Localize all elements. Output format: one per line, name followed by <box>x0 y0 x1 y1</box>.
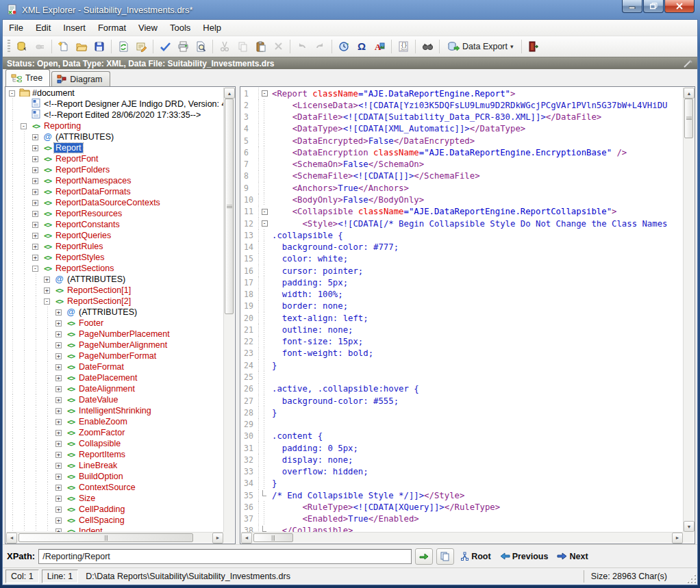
tree-node[interactable]: -<>ReportSection[2] <box>6 296 223 307</box>
json-button[interactable]: {}Json <box>395 38 412 55</box>
tree-node-label[interactable]: ReportSection[1] <box>66 285 132 295</box>
tab-diagram[interactable]: Diagram <box>51 71 110 86</box>
tree-node-label[interactable]: EnableZoom <box>77 417 129 426</box>
paste-button[interactable] <box>252 38 268 55</box>
fold-collapse-icon[interactable]: - <box>259 218 270 229</box>
expand-toggle[interactable]: + <box>29 230 41 241</box>
tree-node[interactable]: +<>ContextSource <box>6 482 223 493</box>
fold-collapse-icon[interactable]: - <box>259 88 270 99</box>
menu-format[interactable]: Format <box>92 21 132 35</box>
expand-toggle[interactable]: + <box>29 197 41 208</box>
tree-node[interactable]: +@(ATTRIBUTES) <box>6 307 223 318</box>
code-line[interactable]: 2 <LicenseData><![CDATA[Yzi03K5DQFsLU9Lm… <box>241 99 683 111</box>
print-preview-button[interactable] <box>192 38 209 55</box>
tree-node-label[interactable]: Indent <box>77 526 104 532</box>
expand-toggle[interactable]: + <box>29 186 41 197</box>
tree-node[interactable]: +<>PageNumberAlignment <box>6 340 223 350</box>
special-characters-button[interactable]: Ω <box>353 38 370 55</box>
tree-node-label[interactable]: ContextSource <box>77 483 137 492</box>
menu-insert[interactable]: Insert <box>57 21 92 35</box>
open-button[interactable] <box>73 38 90 55</box>
tree-hscroll-thumb[interactable] <box>18 533 193 542</box>
cut-button[interactable] <box>216 38 233 55</box>
tree-node[interactable]: +<>Indent <box>6 526 223 532</box>
code-line[interactable]: 33 overflow: hidden; <box>241 466 683 478</box>
tree-node-label[interactable]: ReportDataSourceContexts <box>54 198 162 207</box>
tree-node[interactable]: +<>ReportStyles <box>6 252 223 263</box>
find-button[interactable] <box>419 38 436 55</box>
code-line[interactable]: 28} <box>241 407 683 418</box>
tree-node[interactable]: +<>ReportFolders <box>6 164 223 175</box>
expand-toggle[interactable]: + <box>29 252 41 263</box>
code-line[interactable]: 26.active, .collapsible:hover { <box>241 383 683 395</box>
tree-node[interactable]: +<>ReportNamespaces <box>6 175 223 186</box>
code-line[interactable]: 27 background-color: #555; <box>241 395 683 407</box>
code-line[interactable]: 37 <Enabled>True</Enabled> <box>241 513 683 525</box>
tree-node-label[interactable]: Report <box>54 143 83 153</box>
code-line[interactable]: 4 <DataType><![CDATA[XML_Automatic]]></D… <box>241 123 683 135</box>
tree-node[interactable]: +<>EnableZoom <box>6 416 223 427</box>
save-button[interactable] <box>91 38 108 55</box>
tree-node-label[interactable]: ReportSection[2] <box>66 296 132 306</box>
tree-node-label[interactable]: ZoomFactor <box>77 428 126 437</box>
code-line[interactable]: 32 display: none; <box>241 454 683 465</box>
minimize-button[interactable] <box>622 0 642 13</box>
expand-toggle[interactable]: + <box>53 504 64 515</box>
menu-help[interactable]: Help <box>197 21 227 35</box>
expand-toggle[interactable]: + <box>53 460 64 471</box>
code-line[interactable]: 19 border: none; <box>241 301 683 312</box>
expand-toggle[interactable]: + <box>53 350 64 361</box>
font-color-button[interactable]: A <box>371 38 388 55</box>
tree-node-label[interactable]: DatePlacement <box>77 373 138 383</box>
code-line[interactable]: 20 text-align: left; <box>241 312 683 324</box>
tree-node-label[interactable]: ReportConstants <box>54 220 121 229</box>
code-line[interactable]: 6 <DataEncryption className="AJE.DataRep… <box>241 146 683 158</box>
xpath-copy-button[interactable] <box>436 548 454 565</box>
tree-node-label[interactable]: <!--Report Edited 28/06/2020 17:33:35--> <box>42 110 202 120</box>
expand-toggle[interactable]: + <box>41 274 53 285</box>
tree-node[interactable]: +<>Footer <box>6 318 223 329</box>
scroll-up-arrow[interactable]: ▲ <box>684 88 695 99</box>
tree-node[interactable]: +@(ATTRIBUTES) <box>6 131 223 142</box>
refresh-document-button[interactable] <box>115 38 132 55</box>
tree-node-label[interactable]: Size <box>77 494 97 503</box>
tree-node-label[interactable]: ReportSections <box>54 264 115 273</box>
expand-toggle[interactable]: + <box>29 219 41 230</box>
expand-toggle[interactable]: + <box>53 372 64 383</box>
xpath-root-button[interactable]: Root <box>458 550 493 563</box>
expand-toggle[interactable]: + <box>29 131 41 142</box>
tree-node[interactable]: +<>DateValue <box>6 394 223 405</box>
code-line[interactable]: 23 font-weight: bold; <box>241 348 683 359</box>
tree-node[interactable]: +<>BuildOption <box>6 471 223 482</box>
tree-node-label[interactable]: ReportFolders <box>54 165 111 175</box>
copy-button[interactable] <box>234 38 251 55</box>
tree-node-label[interactable]: #document <box>31 88 76 98</box>
tree-node[interactable]: +<>CellSpacing <box>6 515 223 526</box>
data-export-button[interactable]: Data Export ▾ <box>443 38 518 55</box>
xpath-previous-button[interactable]: Previous <box>497 550 551 563</box>
expand-toggle[interactable]: + <box>53 416 64 427</box>
tree-node[interactable]: +<>DateAlignment <box>6 383 223 394</box>
tree-node-label[interactable]: DateFormat <box>77 362 125 372</box>
expand-toggle[interactable]: + <box>53 515 64 526</box>
expand-toggle[interactable]: + <box>53 394 64 405</box>
expand-toggle[interactable]: - <box>6 88 18 99</box>
expand-toggle[interactable]: + <box>53 340 64 350</box>
tree-node[interactable]: +<>ZoomFactor <box>6 427 223 438</box>
code-line[interactable]: 21 outline: none; <box>241 324 683 335</box>
tree-node-label[interactable]: PageNumberPlacement <box>77 329 171 339</box>
code-line[interactable]: 24} <box>241 359 683 371</box>
tree-node-label[interactable]: (ATTRIBUTES) <box>54 132 115 142</box>
tree-node[interactable]: +<>ReportQueries <box>6 230 223 241</box>
tree-node[interactable]: +<>PageNumberPlacement <box>6 329 223 340</box>
tree-node[interactable]: +<>ReportDataSourceContexts <box>6 197 223 208</box>
expand-toggle[interactable]: + <box>29 175 41 186</box>
tree-node[interactable]: +<>ReportSection[1] <box>6 285 223 296</box>
tree-node[interactable]: +<>ReportItems <box>6 449 223 460</box>
expand-toggle[interactable]: + <box>53 318 64 329</box>
document-properties-button[interactable] <box>133 38 149 55</box>
tree-node-label[interactable]: Footer <box>77 318 105 328</box>
code-hscroll-thumb[interactable] <box>253 533 293 542</box>
scroll-left-arrow[interactable]: ◄ <box>241 533 252 544</box>
restore-button[interactable] <box>643 0 664 13</box>
